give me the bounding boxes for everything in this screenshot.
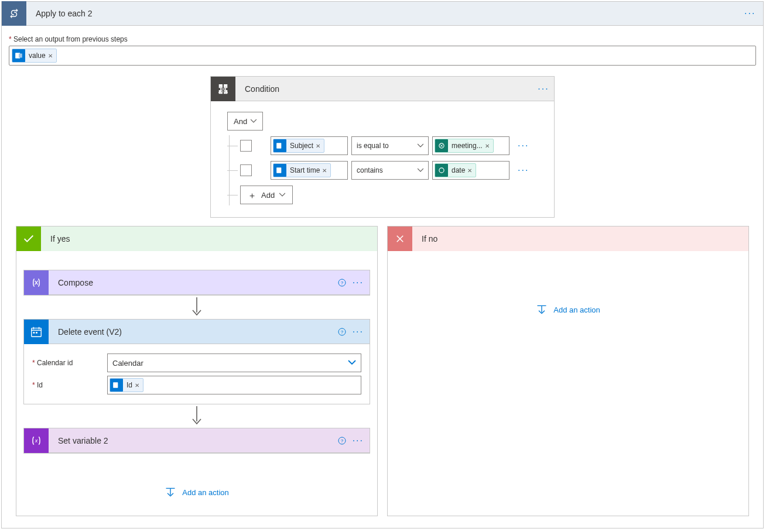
add-row-label: Add bbox=[261, 191, 275, 200]
svg-rect-3 bbox=[224, 84, 227, 87]
close-icon bbox=[388, 226, 412, 251]
svg-rect-2 bbox=[219, 84, 222, 87]
condition-left-input[interactable]: Subject ✕ bbox=[271, 136, 348, 155]
row-more-icon[interactable]: ··· bbox=[518, 165, 529, 176]
select-output-input[interactable]: value ✕ bbox=[9, 46, 756, 66]
if-no-branch: If no Add an action bbox=[387, 226, 749, 516]
if-yes-title: If yes bbox=[41, 234, 70, 243]
subject-token[interactable]: Subject ✕ bbox=[273, 139, 324, 153]
condition-header[interactable]: Condition ··· bbox=[211, 77, 554, 101]
chevron-down-icon bbox=[418, 167, 423, 173]
svg-rect-6 bbox=[276, 167, 281, 173]
action-more-icon[interactable]: ··· bbox=[353, 277, 364, 288]
add-action-label: Add an action bbox=[553, 306, 600, 314]
svg-text:?: ? bbox=[340, 438, 343, 443]
id-label: * Id bbox=[32, 381, 107, 389]
remove-token-icon[interactable]: ✕ bbox=[322, 167, 327, 174]
chevron-down-icon bbox=[348, 360, 356, 366]
help-icon[interactable]: ? bbox=[337, 327, 347, 337]
condition-title: Condition bbox=[235, 84, 533, 94]
condition-right-input[interactable]: meeting... ✕ bbox=[432, 136, 509, 155]
calendar-id-label: * Calendar id bbox=[32, 359, 107, 367]
operator-select[interactable]: contains bbox=[351, 161, 429, 180]
add-action-button[interactable]: Add an action bbox=[536, 304, 600, 315]
if-yes-header: If yes bbox=[16, 226, 377, 251]
starttime-token-label: Start time bbox=[290, 166, 320, 174]
condition-card: Condition ··· And bbox=[210, 76, 555, 218]
check-icon bbox=[16, 226, 41, 251]
if-no-title: If no bbox=[412, 234, 437, 243]
compose-card[interactable]: Compose ? ··· bbox=[23, 270, 370, 296]
svg-rect-12 bbox=[36, 332, 37, 334]
apply-to-each-body: * Select an output from previous steps v… bbox=[2, 26, 763, 528]
meeting-token[interactable]: meeting... ✕ bbox=[435, 139, 494, 153]
if-yes-branch: If yes Compose ? ··· bbox=[16, 226, 378, 516]
date-token[interactable]: date ✕ bbox=[435, 163, 476, 177]
more-icon[interactable]: ··· bbox=[744, 8, 763, 19]
set-variable-card[interactable]: x Set variable 2 ? ··· bbox=[23, 428, 370, 454]
row-checkbox[interactable] bbox=[240, 140, 252, 152]
action-more-icon[interactable]: ··· bbox=[353, 435, 364, 446]
row-more-icon[interactable]: ··· bbox=[518, 140, 529, 151]
outlook-icon bbox=[12, 49, 25, 62]
arrow-down-icon bbox=[192, 406, 202, 426]
svg-text:x: x bbox=[35, 438, 38, 444]
remove-token-icon[interactable]: ✕ bbox=[485, 143, 490, 149]
svg-rect-1 bbox=[19, 54, 22, 58]
action-more-icon[interactable]: ··· bbox=[353, 327, 364, 337]
compose-icon bbox=[24, 270, 49, 295]
svg-rect-11 bbox=[33, 332, 35, 334]
outlook-icon bbox=[273, 164, 286, 177]
value-token[interactable]: value ✕ bbox=[12, 49, 57, 63]
meeting-token-label: meeting... bbox=[452, 142, 483, 150]
remove-token-icon[interactable]: ✕ bbox=[48, 53, 53, 59]
svg-point-7 bbox=[439, 168, 444, 173]
operator-label: is equal to bbox=[357, 142, 389, 150]
outlook-icon bbox=[24, 320, 49, 344]
add-action-label: Add an action bbox=[182, 488, 229, 497]
add-action-icon bbox=[165, 486, 176, 498]
apply-to-each-title: Apply to each 2 bbox=[26, 9, 744, 18]
value-token-label: value bbox=[29, 52, 46, 60]
id-token[interactable]: Id ✕ bbox=[110, 378, 143, 392]
variable-icon: x bbox=[24, 428, 49, 453]
svg-text:?: ? bbox=[340, 329, 343, 334]
condition-more-icon[interactable]: ··· bbox=[533, 84, 554, 94]
svg-text:?: ? bbox=[340, 280, 343, 285]
condition-left-input[interactable]: Start time ✕ bbox=[271, 161, 348, 180]
svg-rect-15 bbox=[113, 382, 118, 387]
help-icon[interactable]: ? bbox=[337, 436, 347, 445]
help-icon[interactable]: ? bbox=[337, 278, 347, 287]
id-input[interactable]: Id ✕ bbox=[107, 376, 361, 394]
condition-icon bbox=[211, 77, 235, 101]
svg-rect-4 bbox=[276, 143, 281, 148]
remove-token-icon[interactable]: ✕ bbox=[467, 167, 472, 174]
condition-right-input[interactable]: date ✕ bbox=[432, 161, 509, 180]
starttime-token[interactable]: Start time ✕ bbox=[273, 163, 331, 177]
subject-token-label: Subject bbox=[290, 142, 313, 150]
remove-token-icon[interactable]: ✕ bbox=[135, 382, 139, 389]
plus-icon: ＋ bbox=[248, 191, 257, 200]
calendar-id-select[interactable]: Calendar bbox=[107, 353, 361, 372]
compose-title: Compose bbox=[49, 278, 337, 287]
condition-row: Start time ✕ contains bbox=[227, 161, 540, 180]
chevron-down-icon bbox=[279, 192, 285, 198]
apply-to-each-card: Apply to each 2 ··· * Select an output f… bbox=[1, 1, 764, 528]
if-no-header: If no bbox=[388, 226, 748, 251]
chevron-down-icon bbox=[418, 143, 423, 149]
combiner-select[interactable]: And bbox=[227, 112, 263, 131]
add-row-button[interactable]: ＋ Add bbox=[240, 186, 293, 204]
add-action-button[interactable]: Add an action bbox=[165, 486, 229, 498]
operator-select[interactable]: is equal to bbox=[351, 136, 429, 155]
delete-event-card[interactable]: Delete event (V2) ? ··· * Calendar id Ca… bbox=[23, 319, 370, 404]
remove-token-icon[interactable]: ✕ bbox=[316, 143, 320, 149]
apply-to-each-header[interactable]: Apply to each 2 ··· bbox=[2, 1, 763, 26]
row-checkbox[interactable] bbox=[240, 164, 252, 176]
operator-label: contains bbox=[357, 166, 383, 174]
chevron-down-icon bbox=[251, 118, 257, 124]
add-action-icon bbox=[536, 304, 548, 315]
set-variable-title: Set variable 2 bbox=[49, 436, 337, 445]
arrow-down-icon bbox=[192, 297, 202, 317]
variable-icon bbox=[435, 139, 448, 152]
id-token-label: Id bbox=[126, 381, 132, 389]
